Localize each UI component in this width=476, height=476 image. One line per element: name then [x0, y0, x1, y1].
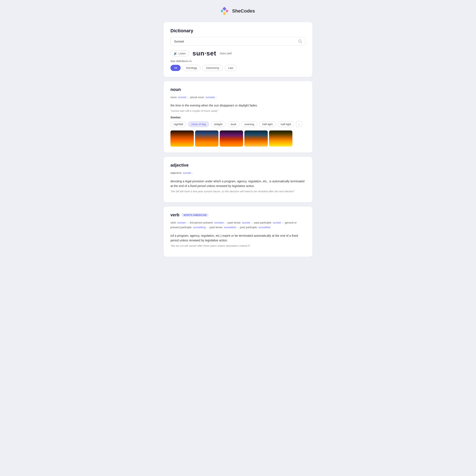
- logo-text: SheCodes: [232, 8, 255, 14]
- search-input[interactable]: [174, 39, 298, 43]
- word-title: sun·set: [192, 50, 216, 57]
- adjective-meta: adjective: sunset ;: [170, 171, 306, 175]
- adjective-card: adjective adjective: sunset ; denoting a…: [164, 157, 312, 202]
- verb-past-prefix: past tense:: [228, 221, 241, 224]
- sunset-image-1: [170, 131, 194, 147]
- speaker-icon: 🔊: [174, 52, 177, 55]
- search-bar: [170, 37, 306, 46]
- tag-twilight[interactable]: twilight: [211, 121, 226, 127]
- logo: SheCodes: [221, 6, 255, 16]
- north-american-badge: NORTH AMERICAN: [182, 213, 209, 217]
- svg-point-4: [299, 40, 301, 42]
- verb-card: verb NORTH AMERICAN verb: sunset ; - 3rd…: [164, 206, 312, 257]
- verb-header: verb NORTH AMERICAN: [170, 212, 306, 217]
- svg-rect-2: [221, 9, 223, 13]
- expand-tags-button[interactable]: ⌄: [296, 121, 302, 127]
- sunset-image-4: [244, 131, 268, 147]
- see-definitions-label: See definitions in:: [170, 60, 306, 63]
- verb-type-label: verb: [170, 212, 179, 217]
- noun-card: noun noun: sunset ; - plural noun: sunse…: [164, 81, 312, 153]
- word-phonetic: /sən,set/: [220, 51, 232, 55]
- verb-past-link[interactable]: sunset: [242, 221, 250, 224]
- similiar-label: Similiar:: [170, 116, 306, 119]
- verb-past2-prefix: past tense:: [209, 226, 223, 229]
- adjective-type-label: adjective: [170, 163, 306, 168]
- listen-button[interactable]: 🔊 Listen: [170, 50, 189, 56]
- tab-horology[interactable]: Horology: [182, 65, 201, 71]
- word-header: 🔊 Listen sun·set /sən,set/: [170, 50, 306, 57]
- verb-pp2-prefix: past participle:: [240, 226, 258, 229]
- noun-example: "sunset was still a couple of hours away…: [170, 109, 306, 112]
- tag-evening[interactable]: evening: [241, 121, 257, 127]
- verb-pp-link[interactable]: sunset: [273, 221, 281, 224]
- svg-line-5: [301, 42, 302, 43]
- listen-label: Listen: [178, 52, 186, 55]
- header: SheCodes: [4, 6, 472, 16]
- tag-dusk[interactable]: dusk: [227, 121, 239, 127]
- noun-type-label: noun: [170, 87, 306, 92]
- noun-word-link[interactable]: sunset: [178, 96, 186, 99]
- noun-meta: noun: sunset ; - plural noun: sunsets ;: [170, 95, 306, 100]
- adjective-example: "the bill will have a two-year sunset cl…: [170, 190, 306, 193]
- noun-plural-link[interactable]: sunsets: [205, 96, 215, 99]
- verb-word-link[interactable]: sunset: [177, 221, 186, 224]
- adjective-word-link[interactable]: sunset: [183, 171, 191, 174]
- noun-definition: the time in the evening when the sun dis…: [170, 103, 306, 108]
- verb-gerund-link[interactable]: sunsetting: [193, 226, 205, 229]
- search-button[interactable]: [298, 39, 302, 43]
- definition-tabs: All Horology Astronomy Law: [170, 65, 306, 71]
- search-card: Dictionary 🔊 Listen sun·set /sən,set/ Se…: [164, 22, 312, 77]
- tab-all[interactable]: All: [170, 65, 181, 71]
- tag-half-light-2[interactable]: half-light: [277, 121, 294, 127]
- svg-rect-1: [225, 9, 229, 13]
- verb-meta-prefix: verb:: [170, 221, 177, 224]
- adjective-meta-prefix: adjective:: [170, 171, 182, 174]
- verb-pp2-link[interactable]: sunsetted: [258, 226, 270, 229]
- tab-law[interactable]: Law: [225, 65, 237, 71]
- sunset-images: [170, 131, 306, 147]
- noun-meta-prefix: noun:: [170, 96, 177, 99]
- similiar-tags: nightfall close of day twilight dusk eve…: [170, 121, 306, 127]
- page-title: Dictionary: [170, 28, 306, 34]
- adjective-definition: denoting a legal provision under which a…: [170, 179, 306, 188]
- sunset-image-5: [269, 131, 292, 147]
- verb-past2-link[interactable]: sunsetted: [224, 226, 236, 229]
- search-icon: [298, 39, 302, 43]
- verb-definition: (of a program, agency, regulation, etc.)…: [170, 233, 306, 243]
- tag-half-light-1[interactable]: half-light: [259, 121, 276, 127]
- svg-rect-3: [223, 12, 226, 15]
- verb-meta: verb: sunset ; - 3rd person present: sun…: [170, 220, 306, 230]
- logo-icon: [221, 6, 230, 16]
- main-content: Dictionary 🔊 Listen sun·set /sən,set/ Se…: [164, 22, 312, 257]
- verb-pp-prefix: past participle:: [254, 221, 272, 224]
- sunset-image-3: [220, 131, 243, 147]
- verb-3rd-prefix: 3rd person present:: [189, 221, 214, 224]
- verb-3rd-link[interactable]: sunsets: [214, 221, 224, 224]
- sunset-image-2: [195, 131, 219, 147]
- svg-rect-0: [222, 7, 226, 11]
- verb-example: "the tax cut will sunset after three yea…: [170, 244, 306, 247]
- tag-nightfall[interactable]: nightfall: [170, 121, 186, 127]
- plural-prefix: plural noun:: [190, 96, 205, 99]
- tag-close-of-day[interactable]: close of day: [188, 121, 209, 127]
- tab-astronomy[interactable]: Astronomy: [202, 65, 223, 71]
